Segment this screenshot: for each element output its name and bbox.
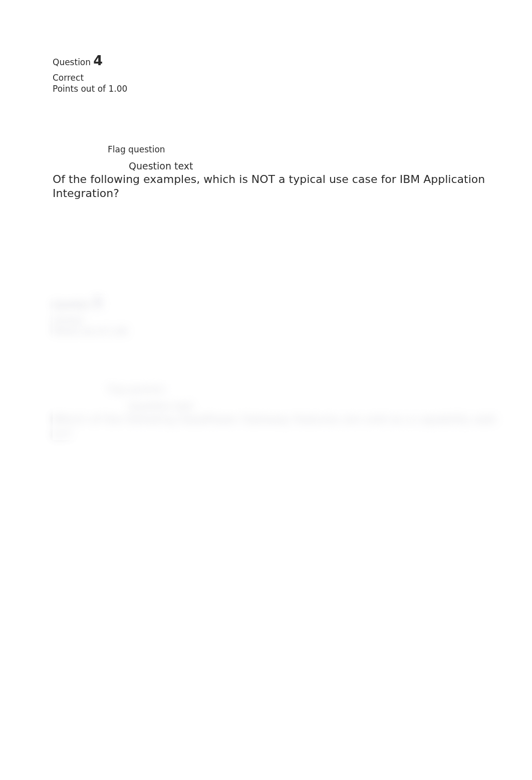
question-status: Correct — [53, 72, 512, 83]
question-number: 4 — [93, 53, 103, 68]
blurred-question-number: 5 — [93, 295, 103, 311]
question-text-body: Of the following examples, which is NOT … — [53, 172, 512, 200]
flag-question-link[interactable]: Flag question — [108, 144, 512, 154]
blurred-question-text-heading: Question text — [129, 401, 512, 412]
question-block-4: Question 4 Correct Points out of 1.00 Fl… — [0, 0, 532, 460]
question-points: Points out of 1.00 — [53, 83, 512, 94]
question-text-heading: Question text — [129, 160, 512, 171]
question-header: Question 4 — [53, 53, 512, 68]
blurred-question-points: Points out of 1.00 — [53, 326, 512, 337]
blurred-question-label: Question — [53, 300, 91, 310]
blurred-question-status: Correct — [53, 315, 512, 326]
question-label: Question — [53, 57, 91, 67]
blurred-question-text-body: Which of the following DataPower Gateway… — [53, 413, 512, 440]
question-block-5-blurred: Question 5 Correct Points out of 1.00 Fl… — [53, 295, 512, 440]
blurred-question-header: Question 5 — [53, 295, 512, 315]
blurred-flag-question: Flag question — [108, 384, 512, 395]
